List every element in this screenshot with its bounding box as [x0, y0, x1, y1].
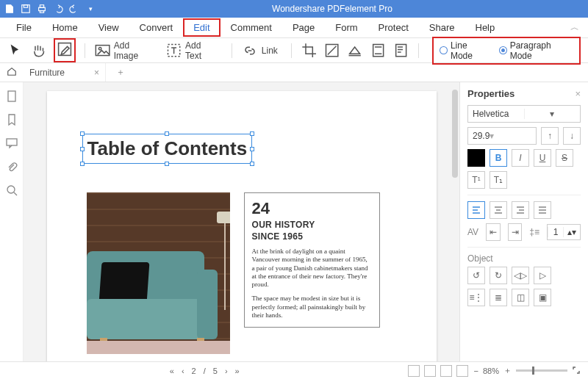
separator — [232, 43, 232, 58]
crop-icon[interactable] — [301, 42, 318, 59]
two-page-view-icon[interactable] — [440, 365, 452, 377]
vertical-scrollbar[interactable] — [452, 90, 458, 178]
attachments-icon[interactable] — [5, 160, 18, 173]
link-button[interactable]: Link — [241, 42, 282, 59]
continuous-view-icon[interactable] — [424, 365, 436, 377]
font-color-swatch[interactable] — [467, 149, 485, 167]
menu-page[interactable]: Page — [282, 18, 325, 37]
close-tab-icon[interactable]: × — [94, 68, 99, 78]
toc-heading[interactable]: Table of Contents — [87, 137, 248, 160]
zoom-in-icon[interactable]: ＋ — [503, 365, 512, 376]
single-page-view-icon[interactable] — [408, 365, 420, 377]
thumbnail-view-icon[interactable] — [456, 365, 468, 377]
document-tab[interactable]: Furniture × — [24, 63, 106, 82]
subscript-button[interactable]: T₁ — [490, 171, 507, 189]
menu-convert[interactable]: Convert — [129, 18, 184, 37]
background-icon[interactable] — [346, 42, 363, 59]
text-card[interactable]: 24 OUR HISTORY SINCE 1965 At the brink o… — [244, 192, 380, 328]
print-icon[interactable] — [37, 4, 47, 14]
paragraph-mode-radio[interactable]: Paragraph Mode — [499, 40, 573, 61]
card-heading-2: SINCE 1965 — [252, 231, 372, 242]
menu-share[interactable]: Share — [419, 18, 465, 37]
undo-icon[interactable] — [53, 4, 63, 14]
last-page-icon[interactable]: » — [235, 367, 240, 375]
add-image-button[interactable]: Add Image — [94, 40, 159, 61]
align-center-button[interactable] — [490, 201, 507, 219]
menu-help[interactable]: Help — [465, 18, 506, 37]
align-right-button[interactable] — [512, 201, 529, 219]
svg-rect-0 — [22, 5, 30, 13]
select-tool-icon[interactable] — [7, 42, 24, 59]
separator — [418, 43, 419, 58]
page-current[interactable]: 2 — [192, 367, 196, 375]
menu-home[interactable]: Home — [42, 18, 88, 37]
svg-rect-1 — [24, 5, 27, 8]
prev-page-icon[interactable]: ‹ — [182, 367, 184, 375]
flip-vertical-icon[interactable]: ▷ — [534, 267, 551, 284]
strike-button[interactable]: S — [556, 149, 573, 167]
flip-horizontal-icon[interactable]: ◁▷ — [512, 267, 529, 284]
replace-image-icon[interactable]: ▣ — [534, 289, 551, 306]
save-icon[interactable] — [21, 4, 31, 14]
properties-panel: Properties × Helvetica ▾ 29.9▾ ↑ ↓ B I U… — [459, 82, 588, 361]
rotate-ccw-icon[interactable]: ↺ — [467, 267, 485, 284]
bates-number-icon[interactable] — [392, 42, 409, 59]
hand-tool-icon[interactable] — [30, 42, 47, 59]
svg-rect-14 — [7, 139, 17, 145]
shrink-font-icon[interactable]: ↓ — [563, 127, 581, 145]
menu-edit[interactable]: Edit — [183, 18, 220, 37]
kerning-icon: AV — [467, 227, 478, 237]
page-total: 5 — [213, 367, 218, 375]
svg-rect-13 — [8, 91, 15, 101]
home-tab-icon[interactable] — [6, 66, 18, 79]
header-footer-icon[interactable] — [370, 42, 387, 59]
font-size-input[interactable]: 29.9▾ — [467, 127, 537, 145]
font-family-select[interactable]: Helvetica ▾ — [467, 105, 581, 123]
menu-comment[interactable]: Comment — [220, 18, 282, 37]
close-panel-icon[interactable]: × — [575, 88, 581, 99]
page-image[interactable] — [87, 192, 230, 354]
kern-loose-icon[interactable]: ⇥ — [508, 223, 523, 241]
watermark-icon[interactable] — [323, 42, 340, 59]
object-section-label: Object — [467, 253, 581, 264]
selected-text-box[interactable]: Table of Contents — [82, 134, 253, 164]
zoom-out-icon[interactable]: − — [474, 367, 478, 375]
edit-object-tool[interactable] — [54, 38, 76, 62]
menu-view[interactable]: View — [88, 18, 129, 37]
align-left-button[interactable] — [467, 201, 485, 219]
new-tab-icon[interactable]: ＋ — [112, 66, 129, 79]
menu-protect[interactable]: Protect — [368, 18, 419, 37]
fullscreen-icon[interactable] — [572, 366, 581, 376]
line-spacing-stepper[interactable]: 1▴▾ — [547, 224, 581, 240]
rotate-cw-icon[interactable]: ↻ — [490, 267, 507, 284]
bookmarks-icon[interactable] — [5, 113, 18, 126]
collapse-ribbon-icon[interactable]: ︿ — [567, 18, 582, 37]
underline-button[interactable]: U — [534, 149, 551, 167]
distribute-icon[interactable]: ≣ — [490, 289, 507, 306]
align-justify-button[interactable] — [534, 201, 551, 219]
link-icon — [241, 42, 259, 59]
thumbnails-icon[interactable] — [5, 90, 18, 103]
redo-icon[interactable] — [69, 4, 79, 14]
add-text-button[interactable]: Add Text — [165, 40, 223, 61]
line-mode-radio[interactable]: Line Mode — [440, 40, 490, 61]
card-number: 24 — [252, 199, 372, 218]
menu-file[interactable]: File — [6, 18, 42, 37]
crop-object-icon[interactable]: ◫ — [512, 289, 529, 306]
qat-more-icon[interactable]: ▾ — [85, 4, 96, 14]
search-icon[interactable] — [5, 184, 18, 197]
document-canvas[interactable]: Table of Contents 24 OUR HISTORY SINCE 1… — [24, 82, 459, 361]
svg-rect-12 — [396, 44, 406, 56]
radio-icon — [499, 46, 507, 54]
next-page-icon[interactable]: › — [225, 367, 228, 375]
bold-button[interactable]: B — [490, 149, 507, 167]
align-objects-left-icon[interactable]: ≡⋮ — [467, 289, 485, 306]
italic-button[interactable]: I — [512, 149, 529, 167]
kern-tight-icon[interactable]: ⇤ — [486, 223, 501, 241]
superscript-button[interactable]: T¹ — [467, 171, 485, 189]
zoom-slider[interactable] — [516, 369, 567, 372]
grow-font-icon[interactable]: ↑ — [541, 127, 559, 145]
first-page-icon[interactable]: « — [170, 367, 174, 375]
menu-form[interactable]: Form — [325, 18, 368, 37]
comments-icon[interactable] — [5, 137, 18, 150]
